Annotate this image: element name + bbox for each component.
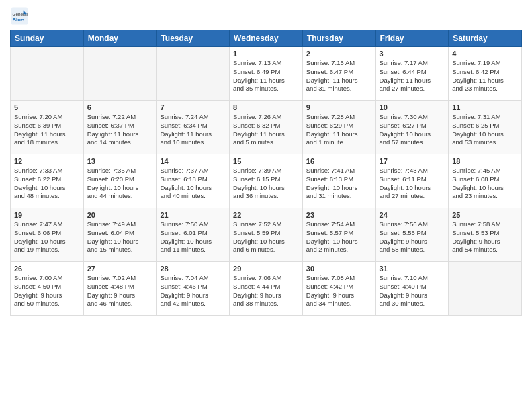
day-number: 27 [87, 265, 153, 273]
day-number: 1 [233, 50, 299, 58]
calendar-cell: 14Sunrise: 7:37 AM Sunset: 6:18 PM Dayli… [157, 154, 230, 208]
day-info: Sunrise: 7:50 AM Sunset: 6:01 PM Dayligh… [160, 220, 226, 255]
week-row-2: 5Sunrise: 7:20 AM Sunset: 6:39 PM Daylig… [11, 101, 522, 154]
calendar-cell [157, 47, 230, 101]
weekday-header-thursday: Thursday [302, 30, 375, 47]
day-info: Sunrise: 7:33 AM Sunset: 6:22 PM Dayligh… [14, 167, 80, 201]
day-number: 20 [87, 211, 153, 219]
day-info: Sunrise: 7:37 AM Sunset: 6:18 PM Dayligh… [160, 167, 226, 201]
day-number: 16 [306, 157, 372, 165]
calendar-cell [11, 47, 84, 101]
calendar-cell: 4Sunrise: 7:19 AM Sunset: 6:42 PM Daylig… [449, 47, 522, 101]
day-info: Sunrise: 7:19 AM Sunset: 6:42 PM Dayligh… [452, 59, 518, 93]
day-number: 4 [452, 50, 518, 58]
day-number: 2 [306, 50, 372, 58]
calendar-cell: 29Sunrise: 7:06 AM Sunset: 4:44 PM Dayli… [230, 262, 303, 316]
day-number: 26 [14, 265, 80, 273]
day-info: Sunrise: 7:49 AM Sunset: 6:04 PM Dayligh… [87, 220, 153, 255]
calendar-cell [449, 262, 522, 316]
day-info: Sunrise: 7:58 AM Sunset: 5:53 PM Dayligh… [452, 220, 518, 255]
day-number: 28 [160, 265, 226, 273]
calendar-cell: 7Sunrise: 7:24 AM Sunset: 6:34 PM Daylig… [157, 101, 230, 154]
day-info: Sunrise: 7:17 AM Sunset: 6:44 PM Dayligh… [380, 59, 445, 93]
day-number: 11 [452, 103, 518, 111]
day-number: 9 [306, 103, 372, 111]
day-number: 21 [160, 211, 226, 219]
day-number: 6 [87, 103, 153, 111]
calendar-cell: 10Sunrise: 7:30 AM Sunset: 6:27 PM Dayli… [375, 101, 449, 154]
calendar-cell: 21Sunrise: 7:50 AM Sunset: 6:01 PM Dayli… [157, 208, 230, 262]
day-number: 13 [87, 157, 153, 165]
day-number: 10 [380, 103, 445, 111]
day-info: Sunrise: 7:31 AM Sunset: 6:25 PM Dayligh… [452, 113, 518, 147]
day-info: Sunrise: 7:47 AM Sunset: 6:06 PM Dayligh… [14, 220, 80, 255]
calendar-cell: 3Sunrise: 7:17 AM Sunset: 6:44 PM Daylig… [375, 47, 449, 101]
day-info: Sunrise: 7:10 AM Sunset: 4:40 PM Dayligh… [380, 274, 445, 308]
day-number: 22 [233, 211, 299, 219]
weekday-header-wednesday: Wednesday [230, 30, 303, 47]
day-info: Sunrise: 7:24 AM Sunset: 6:34 PM Dayligh… [160, 113, 226, 147]
weekday-header-monday: Monday [83, 30, 157, 47]
calendar-cell: 31Sunrise: 7:10 AM Sunset: 4:40 PM Dayli… [375, 262, 449, 316]
calendar-cell: 28Sunrise: 7:04 AM Sunset: 4:46 PM Dayli… [157, 262, 230, 316]
day-number: 3 [380, 50, 445, 58]
calendar-cell: 5Sunrise: 7:20 AM Sunset: 6:39 PM Daylig… [11, 101, 84, 154]
calendar-cell: 30Sunrise: 7:08 AM Sunset: 4:42 PM Dayli… [302, 262, 375, 316]
calendar-cell: 22Sunrise: 7:52 AM Sunset: 5:59 PM Dayli… [230, 208, 303, 262]
day-info: Sunrise: 7:35 AM Sunset: 6:20 PM Dayligh… [87, 167, 153, 201]
week-row-3: 12Sunrise: 7:33 AM Sunset: 6:22 PM Dayli… [11, 154, 522, 208]
calendar-cell: 19Sunrise: 7:47 AM Sunset: 6:06 PM Dayli… [11, 208, 84, 262]
day-number: 12 [14, 157, 80, 165]
day-info: Sunrise: 7:39 AM Sunset: 6:15 PM Dayligh… [233, 167, 299, 201]
svg-text:Blue: Blue [13, 17, 24, 23]
calendar-cell: 16Sunrise: 7:41 AM Sunset: 6:13 PM Dayli… [302, 154, 375, 208]
day-number: 17 [380, 157, 445, 165]
day-info: Sunrise: 7:52 AM Sunset: 5:59 PM Dayligh… [233, 220, 299, 255]
day-number: 24 [380, 211, 445, 219]
day-info: Sunrise: 7:13 AM Sunset: 6:49 PM Dayligh… [233, 59, 299, 93]
week-row-1: 1Sunrise: 7:13 AM Sunset: 6:49 PM Daylig… [11, 47, 522, 101]
calendar-cell: 15Sunrise: 7:39 AM Sunset: 6:15 PM Dayli… [230, 154, 303, 208]
weekday-header-sunday: Sunday [11, 30, 84, 47]
day-info: Sunrise: 7:02 AM Sunset: 4:48 PM Dayligh… [87, 274, 153, 308]
weekday-header-row: SundayMondayTuesdayWednesdayThursdayFrid… [11, 30, 522, 47]
day-number: 30 [306, 265, 372, 273]
calendar-cell: 25Sunrise: 7:58 AM Sunset: 5:53 PM Dayli… [449, 208, 522, 262]
day-info: Sunrise: 7:15 AM Sunset: 6:47 PM Dayligh… [306, 59, 372, 93]
logo: General Blue [10, 7, 32, 26]
calendar-cell: 1Sunrise: 7:13 AM Sunset: 6:49 PM Daylig… [230, 47, 303, 101]
day-number: 7 [160, 103, 226, 111]
day-number: 18 [452, 157, 518, 165]
calendar-cell: 23Sunrise: 7:54 AM Sunset: 5:57 PM Dayli… [302, 208, 375, 262]
calendar-cell [83, 47, 157, 101]
day-info: Sunrise: 7:54 AM Sunset: 5:57 PM Dayligh… [306, 220, 372, 255]
calendar-cell: 6Sunrise: 7:22 AM Sunset: 6:37 PM Daylig… [83, 101, 157, 154]
day-number: 14 [160, 157, 226, 165]
day-info: Sunrise: 7:30 AM Sunset: 6:27 PM Dayligh… [380, 113, 445, 147]
week-row-5: 26Sunrise: 7:00 AM Sunset: 4:50 PM Dayli… [11, 262, 522, 316]
week-row-4: 19Sunrise: 7:47 AM Sunset: 6:06 PM Dayli… [11, 208, 522, 262]
day-number: 5 [14, 103, 80, 111]
day-info: Sunrise: 7:56 AM Sunset: 5:55 PM Dayligh… [380, 220, 445, 255]
calendar-cell: 11Sunrise: 7:31 AM Sunset: 6:25 PM Dayli… [449, 101, 522, 154]
calendar-cell: 13Sunrise: 7:35 AM Sunset: 6:20 PM Dayli… [83, 154, 157, 208]
calendar-cell: 8Sunrise: 7:26 AM Sunset: 6:32 PM Daylig… [230, 101, 303, 154]
day-info: Sunrise: 7:20 AM Sunset: 6:39 PM Dayligh… [14, 113, 80, 147]
day-number: 31 [380, 265, 445, 273]
day-info: Sunrise: 7:41 AM Sunset: 6:13 PM Dayligh… [306, 167, 372, 201]
weekday-header-tuesday: Tuesday [157, 30, 230, 47]
logo-icon: General Blue [10, 7, 29, 26]
day-number: 29 [233, 265, 299, 273]
day-info: Sunrise: 7:45 AM Sunset: 6:08 PM Dayligh… [452, 167, 518, 201]
day-number: 25 [452, 211, 518, 219]
day-info: Sunrise: 7:04 AM Sunset: 4:46 PM Dayligh… [160, 274, 226, 308]
day-info: Sunrise: 7:28 AM Sunset: 6:29 PM Dayligh… [306, 113, 372, 147]
calendar-cell: 2Sunrise: 7:15 AM Sunset: 6:47 PM Daylig… [302, 47, 375, 101]
page: General Blue SundayMondayTuesdayWednesda… [0, 0, 532, 411]
calendar-cell: 12Sunrise: 7:33 AM Sunset: 6:22 PM Dayli… [11, 154, 84, 208]
calendar-cell: 24Sunrise: 7:56 AM Sunset: 5:55 PM Dayli… [375, 208, 449, 262]
day-number: 23 [306, 211, 372, 219]
weekday-header-saturday: Saturday [449, 30, 522, 47]
calendar: SundayMondayTuesdayWednesdayThursdayFrid… [10, 30, 522, 316]
day-number: 19 [14, 211, 80, 219]
